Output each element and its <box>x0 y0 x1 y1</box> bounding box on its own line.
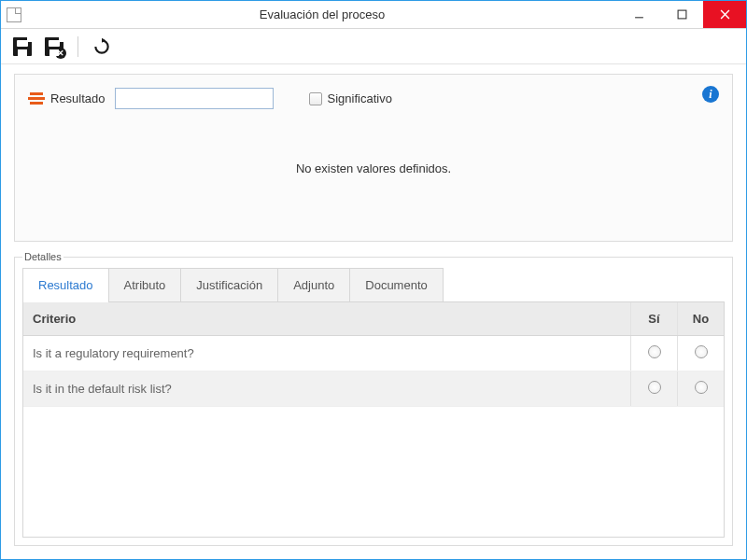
header-panel: Resultado Significativo i No existen val… <box>14 74 733 242</box>
radio-no[interactable] <box>695 381 708 394</box>
close-button[interactable] <box>703 1 746 28</box>
criteria-cell: Is it a regulatory requirement? <box>23 337 630 370</box>
content: Resultado Significativo i No existen val… <box>1 64 746 559</box>
result-label: Resultado <box>50 91 106 105</box>
toolbar: ✕ <box>1 29 746 64</box>
result-icon <box>28 92 45 105</box>
titlebar: Evaluación del proceso <box>1 1 746 29</box>
refresh-button[interactable] <box>88 33 116 61</box>
save-icon <box>13 37 32 56</box>
info-button[interactable]: i <box>702 86 719 103</box>
result-input[interactable] <box>115 88 274 109</box>
grid-empty-space <box>23 407 724 537</box>
col-no-header: No <box>677 302 724 335</box>
table-row: Is it in the default risk list? <box>23 371 724 407</box>
maximize-icon <box>677 9 687 20</box>
radio-yes[interactable] <box>648 345 661 358</box>
minimize-button[interactable] <box>617 1 660 28</box>
svg-rect-1 <box>678 10 686 19</box>
tabs: Resultado Atributo Justificación Adjunto… <box>22 268 725 301</box>
save-cancel-button[interactable]: ✕ <box>40 33 68 61</box>
radio-no[interactable] <box>695 345 708 358</box>
grid-header: Criterio Sí No <box>23 302 724 336</box>
radio-yes[interactable] <box>648 381 661 394</box>
header-row: Resultado Significativo <box>28 88 719 109</box>
window-title: Evaluación del proceso <box>27 7 617 21</box>
minimize-icon <box>634 9 644 20</box>
maximize-button[interactable] <box>660 1 703 28</box>
significant-label: Significativo <box>328 91 392 105</box>
col-criteria-header: Criterio <box>23 302 630 335</box>
tab-documento[interactable]: Documento <box>349 268 443 301</box>
tab-justificacion[interactable]: Justificación <box>180 268 278 301</box>
criteria-cell: Is it in the default risk list? <box>23 372 630 405</box>
close-icon <box>720 9 730 20</box>
tab-atributo[interactable]: Atributo <box>108 268 182 301</box>
window-buttons <box>617 1 746 28</box>
tab-resultado[interactable]: Resultado <box>22 268 109 301</box>
refresh-icon <box>92 37 111 56</box>
col-yes-header: Sí <box>630 302 677 335</box>
table-row: Is it a regulatory requirement? <box>23 336 724 371</box>
details-legend: Detalles <box>22 251 63 262</box>
tab-adjunto[interactable]: Adjunto <box>277 268 350 301</box>
toolbar-separator <box>78 36 78 57</box>
significant-checkbox[interactable] <box>309 92 322 105</box>
document-icon <box>7 7 21 22</box>
criteria-grid: Criterio Sí No Is it a regulatory requir… <box>22 301 725 538</box>
empty-message: No existen valores definidos. <box>28 109 719 231</box>
save-button[interactable] <box>8 33 36 61</box>
window: Evaluación del proceso ✕ <box>0 0 747 560</box>
details-fieldset: Detalles Resultado Atributo Justificació… <box>14 251 733 546</box>
save-cancel-icon: ✕ <box>45 37 63 56</box>
significant-group: Significativo <box>309 91 392 105</box>
